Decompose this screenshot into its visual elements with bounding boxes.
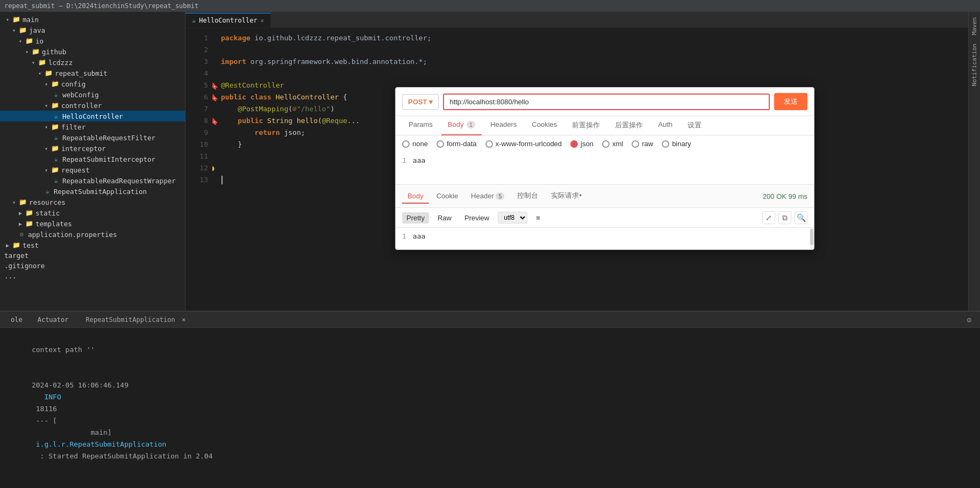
wrap-button[interactable]: ≡	[532, 212, 545, 224]
resp-body-content: aaa	[413, 232, 425, 245]
pretty-button[interactable]: Pretty	[402, 212, 429, 224]
radio-form-data[interactable]: form-data	[437, 140, 477, 148]
code-editor[interactable]: 12345 678910 111213 package io.github.lc…	[185, 28, 968, 311]
postman-request-tabs: Params Body 1 Headers Cookies 前置操作 后置操作 …	[396, 116, 814, 135]
sidebar-item-templates[interactable]: ▶ 📁 templates	[0, 218, 185, 229]
sidebar-label: controller	[61, 102, 102, 110]
radio-binary[interactable]: binary	[662, 140, 691, 148]
sidebar-item-filter[interactable]: ▾ 📁 filter	[0, 121, 185, 132]
sidebar-label: static	[35, 209, 60, 217]
sidebar-item-resources[interactable]: ▾ 📁 resources	[0, 197, 185, 207]
sidebar-item-test[interactable]: ▶ 📁 test	[0, 240, 185, 250]
sidebar-item-hello-controller[interactable]: ☕ HelloController	[0, 111, 185, 121]
java-icon: ☕	[52, 112, 60, 120]
radio-binary-input[interactable]	[662, 140, 669, 148]
tab-params[interactable]: Params	[402, 116, 439, 135]
sidebar-item-repeatable-filter[interactable]: ☕ RepeatableRequestFilter	[0, 132, 185, 143]
log-line-context: context path ''	[6, 332, 974, 368]
sidebar-item-repeat-submit[interactable]: ▾ 📁 repeat_submit	[0, 68, 185, 78]
encoding-select[interactable]: utf8	[498, 212, 527, 224]
sidebar-item-request[interactable]: ▾ 📁 request	[0, 164, 185, 175]
bottom-tab-ole[interactable]: ole	[4, 314, 29, 326]
radio-url-encoded-input[interactable]	[485, 140, 493, 148]
sidebar-item-java[interactable]: ▾ 📁 java	[0, 25, 185, 35]
java-icon: ☕	[52, 155, 60, 163]
folder-icon: 📁	[25, 37, 33, 45]
method-value: POST	[408, 98, 427, 106]
send-button[interactable]: 发送	[774, 93, 807, 110]
tab-settings[interactable]: 设置	[681, 116, 708, 135]
resp-tab-body[interactable]: Body	[402, 189, 429, 204]
response-tools: Pretty Raw Preview utf8 ≡ ⤢ ⧉ 🔍	[396, 208, 814, 228]
radio-json-input[interactable]	[570, 140, 578, 148]
sidebar-item-interceptor[interactable]: ▾ 📁 interceptor	[0, 143, 185, 154]
preview-button[interactable]: Preview	[460, 212, 493, 224]
tab-cookies[interactable]: Cookies	[525, 116, 563, 135]
response-scrollbar[interactable]	[810, 228, 814, 249]
chevron-icon: ▾	[37, 70, 43, 76]
notification-panel-label[interactable]: Notification	[970, 40, 979, 89]
tab-auth[interactable]: Auth	[652, 116, 679, 135]
sidebar-item-gitignore[interactable]: .gitignore	[0, 261, 185, 271]
sidebar-label: filter	[61, 123, 85, 131]
sidebar-item-more[interactable]: ...	[0, 271, 185, 281]
sidebar-item-webconfig[interactable]: ☕ webConfig	[0, 89, 185, 100]
tab-body[interactable]: Body 1	[441, 116, 482, 135]
top-bar: repeat_submit – D:\2024tienchinStudy\rep…	[0, 0, 980, 12]
sidebar-item-main[interactable]: ▾ 📁 main	[0, 14, 185, 25]
bottom-tab-actuator[interactable]: Actuator	[31, 314, 75, 326]
folder-icon: 📁	[51, 101, 59, 110]
sidebar-item-config[interactable]: ▾ 📁 config	[0, 78, 185, 89]
radio-raw[interactable]: raw	[632, 140, 653, 148]
sidebar-item-app[interactable]: ☕ RepeatSubmitApplication	[0, 186, 185, 197]
run-tab-label: RepeatSubmitApplication	[85, 316, 175, 324]
request-body-editor[interactable]: 1 aaa	[396, 152, 814, 184]
window-title: repeat_submit – D:\2024tienchinStudy\rep…	[4, 2, 198, 10]
tab-pre-request[interactable]: 前置操作	[566, 116, 606, 135]
radio-none[interactable]: none	[402, 140, 428, 148]
close-run-button[interactable]: ×	[182, 315, 186, 324]
sidebar-item-lcdzzz[interactable]: ▾ 📁 lcdzzz	[0, 57, 185, 68]
method-select[interactable]: POST ▾	[402, 94, 439, 110]
resp-tab-actual[interactable]: 实际请求•	[546, 188, 587, 204]
search-icon[interactable]: 🔍	[795, 211, 807, 224]
resp-tab-console[interactable]: 控制台	[512, 188, 543, 204]
sidebar-item-controller[interactable]: ▾ 📁 controller	[0, 100, 185, 111]
expand-icon[interactable]: ⤢	[762, 211, 775, 224]
radio-raw-input[interactable]	[632, 140, 639, 148]
folder-icon: 📁	[31, 47, 40, 56]
right-sidebar: Maven Notification	[968, 12, 980, 311]
sidebar-item-static[interactable]: ▶ 📁 static	[0, 207, 185, 218]
editor-container: ☕ HelloController × 12345 678910 111213 …	[185, 12, 968, 311]
sidebar-item-io[interactable]: ▾ 📁 io	[0, 35, 185, 46]
editor-tab-hello-controller[interactable]: ☕ HelloController ×	[185, 13, 271, 27]
sidebar-label: main	[23, 16, 39, 24]
maven-panel-label[interactable]: Maven	[970, 14, 979, 38]
sidebar-item-github[interactable]: ▾ 📁 github	[0, 46, 185, 57]
settings-icon[interactable]: ⚙	[963, 313, 976, 326]
copy-icon[interactable]: ⧉	[778, 211, 791, 224]
tab-label: HelloController	[199, 17, 257, 24]
resp-tab-cookie[interactable]: Cookie	[431, 189, 463, 204]
folder-icon: 📁	[18, 26, 27, 34]
chevron-icon: ▾	[30, 59, 37, 66]
bottom-panel: ole Actuator RepeatSubmitApplication × ⚙…	[0, 311, 980, 488]
sidebar-item-app-props[interactable]: ⚙ application.properties	[0, 229, 185, 240]
close-tab-button[interactable]: ×	[261, 17, 264, 24]
sidebar-item-target[interactable]: target	[0, 250, 185, 261]
radio-json[interactable]: json	[570, 140, 593, 148]
sidebar-item-repeatable-wrapper[interactable]: ☕ RepeatableReadRequestWrapper	[0, 175, 185, 186]
tab-post-request[interactable]: 后置操作	[609, 116, 649, 135]
sidebar-item-repeat-submit-interceptor[interactable]: ☕ RepeatSubmitInterceptor	[0, 154, 185, 164]
radio-none-input[interactable]	[402, 140, 410, 148]
sidebar-label: RepeatableRequestFilter	[62, 134, 155, 142]
resp-tab-header[interactable]: Header 5	[466, 189, 510, 204]
radio-url-encoded[interactable]: x-www-form-urlcoded	[485, 140, 562, 148]
url-input[interactable]	[443, 94, 770, 110]
raw-button[interactable]: Raw	[433, 212, 456, 224]
radio-form-data-input[interactable]	[437, 140, 444, 148]
tab-headers[interactable]: Headers	[484, 116, 523, 135]
response-tab-bar: Body Cookie Header 5 控制台 实际请求• 200 OK 99…	[396, 184, 814, 208]
radio-xml-input[interactable]	[602, 140, 610, 148]
radio-xml[interactable]: xml	[602, 140, 623, 148]
